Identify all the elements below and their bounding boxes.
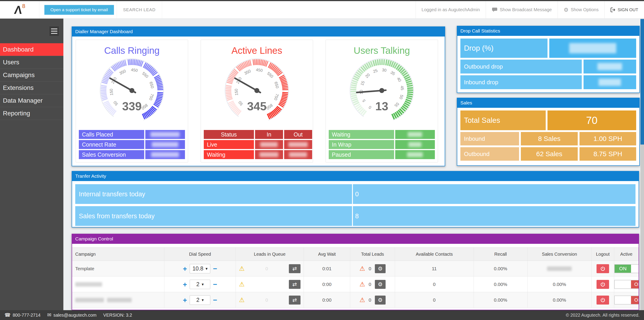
stat-value-redacted: [145, 130, 185, 139]
inbound-drop-label: Inbound drop: [460, 75, 582, 89]
gauge-tick: [380, 59, 380, 65]
recycle-leads-button[interactable]: ⇄: [289, 264, 300, 273]
gauge-tick-label: 40: [396, 76, 402, 83]
recycle-leads-button[interactable]: ⇄: [289, 295, 300, 304]
gauge-tick: [130, 59, 130, 65]
users-talking-stats: Waiting In Wrap Paused: [329, 130, 435, 159]
broadcast-message-button[interactable]: Show Broadcast Message: [486, 1, 558, 18]
gauge-needle-hub: [254, 88, 259, 93]
gauge-needle-hub: [379, 88, 384, 93]
stat-value-redacted: [395, 130, 435, 139]
gauge-tick: [390, 61, 391, 66]
col-sales-conversion: Sales Conversion: [528, 247, 592, 261]
stat-label: In Wrap: [329, 140, 394, 149]
show-options-button[interactable]: ⚙ Show Options: [558, 1, 604, 18]
gauge-tick-label: 50: [238, 100, 244, 106]
gauge-cards: Calls Ringing 50150250350450550650750850…: [72, 37, 445, 166]
leads-settings-button[interactable]: ⚙: [375, 264, 386, 273]
gauge-tick: [282, 94, 288, 95]
footer-email[interactable]: ✉ sales@augutech.com: [47, 312, 96, 318]
sidebar-item-reporting[interactable]: Reporting: [0, 107, 63, 120]
dial-speed-increase-button[interactable]: +: [183, 296, 187, 304]
stat-value-redacted: [284, 150, 312, 159]
gauge-tick-label: 750: [273, 93, 280, 101]
campaign-row: + 2▾ − ⚠ 0 ⇄ 0:00 ⚠ 0 ⚙ 0: [72, 292, 639, 308]
active-toggle[interactable]: OFF: [614, 280, 639, 289]
stat-label: Waiting: [329, 130, 394, 139]
stat-label: Connect Rate: [79, 140, 144, 149]
col-logout: Logout: [592, 247, 614, 261]
gauge-tick-label: 5: [362, 99, 366, 103]
sidebar-item-data-manager[interactable]: Data Manager: [0, 94, 63, 107]
drop-panel-title: Drop Call Statistics: [457, 26, 640, 36]
gauge-tick-label: 450: [131, 68, 138, 73]
gauge-tick: [351, 85, 357, 86]
support-ticket-button[interactable]: Open a support ticket by email: [44, 5, 114, 15]
chevron-down-icon: ▾: [202, 297, 204, 302]
sign-out-button[interactable]: SIGN OUT: [604, 1, 644, 18]
dial-speed-decrease-button[interactable]: −: [213, 296, 217, 304]
scrollbar-thumb[interactable]: [640, 19, 644, 145]
dial-speed-select[interactable]: 10.8▾: [190, 264, 210, 273]
gauge-value: 345: [247, 100, 267, 113]
gauge-tick: [351, 87, 356, 88]
recycle-leads-button[interactable]: ⇄: [289, 280, 300, 289]
gauge-tick: [407, 88, 413, 88]
dial-speed-decrease-button[interactable]: −: [213, 265, 217, 272]
stat-value-redacted: [284, 140, 312, 149]
sidebar-item-campaigns[interactable]: Campaigns: [0, 69, 63, 82]
dial-speed-select[interactable]: 2▾: [190, 280, 210, 289]
hamburger-menu-icon[interactable]: [50, 27, 59, 36]
sales-panel: Sales Total Sales 70 Inbound 8 Sales 1.0…: [457, 98, 640, 166]
search-lead-button[interactable]: SEARCH LEAD: [117, 1, 162, 18]
gauge-tick: [351, 95, 357, 96]
dial-speed-select[interactable]: 2▾: [190, 295, 210, 305]
stat-col-header: Status: [204, 130, 254, 139]
gauge-tick-label: 30: [382, 68, 387, 73]
dial-speed-increase-button[interactable]: +: [183, 265, 187, 272]
sidebar-item-extensions[interactable]: Extensions: [0, 82, 63, 94]
chevron-down-icon: ▾: [206, 266, 208, 271]
gauge-tick: [101, 85, 107, 86]
gauge-tick: [350, 89, 356, 90]
stat-value-redacted: [395, 150, 435, 159]
active-toggle[interactable]: OFF: [614, 295, 639, 304]
alert-icon: ⚠: [360, 265, 365, 272]
dial-speed-value: 10.8: [192, 265, 203, 272]
gauge-tick-label: 35: [390, 70, 396, 76]
transfer-panel-title: Tranfer Activity: [72, 171, 639, 181]
dial-speed-increase-button[interactable]: +: [183, 281, 187, 288]
gauge-tick-label: 20: [364, 73, 370, 79]
stat-col-header: In: [255, 130, 283, 139]
leads-settings-button[interactable]: ⚙: [375, 280, 386, 289]
dial-speed-value: 2: [196, 297, 200, 303]
sidebar-item-users[interactable]: Users: [0, 56, 63, 69]
app-screen: Λ 8 Open a support ticket by email SEARC…: [0, 0, 644, 320]
available-contacts-value: 11: [395, 261, 474, 276]
campaign-panel-title: Campaign Control: [72, 234, 639, 244]
sign-out-label: SIGN OUT: [618, 8, 638, 12]
stat-value-redacted: [395, 140, 435, 149]
dial-speed-decrease-button[interactable]: −: [213, 281, 217, 288]
leads-settings-button[interactable]: ⚙: [375, 295, 386, 304]
outbound-sales-count: 62 Sales: [521, 147, 578, 161]
sidebar-item-dashboard[interactable]: Dashboard: [0, 43, 63, 56]
logout-power-button[interactable]: [596, 264, 609, 273]
gauge-tick-label: 550: [141, 71, 149, 79]
logout-power-button[interactable]: [596, 280, 609, 289]
app-logo[interactable]: Λ 8: [0, 1, 40, 18]
recall-value: 0.00%: [474, 261, 528, 276]
gauge-tick: [351, 93, 356, 94]
sign-out-icon: [610, 8, 615, 12]
gauge-tick: [407, 83, 412, 85]
campaign-table-header: Campaign Dial Speed Leads in Queue Avg W…: [72, 247, 639, 261]
dial-speed-cell: + 10.8▾ −: [164, 261, 236, 276]
active-toggle[interactable]: ON: [614, 264, 639, 273]
gauge-tick: [259, 59, 260, 65]
gauge-tick: [133, 59, 133, 65]
page-scrollbar[interactable]: [640, 19, 644, 320]
logout-power-button[interactable]: [596, 295, 609, 304]
gauge-tick-label: 50: [398, 94, 404, 100]
available-contacts-value: 0: [395, 292, 474, 308]
logged-in-text: Logged in as AugutechAdmin: [422, 7, 480, 12]
